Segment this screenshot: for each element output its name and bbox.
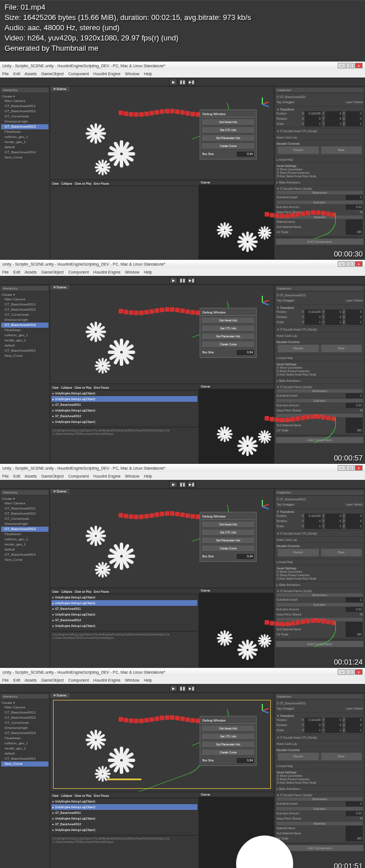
hierarchy-item[interactable]: New_Curve <box>1 353 48 358</box>
debug-button[interactable]: Create Curve <box>201 749 255 756</box>
game-tab[interactable]: Game <box>198 384 274 389</box>
menu-item[interactable]: Assets <box>25 72 36 76</box>
close-button[interactable]: × <box>355 465 363 471</box>
pause-button[interactable]: ❚❚ <box>179 685 186 692</box>
hierarchy-item[interactable]: GT_BasicAsset0011 <box>1 506 48 511</box>
maximize-button[interactable]: □ <box>346 261 354 267</box>
menu-item[interactable]: Help <box>144 270 152 274</box>
game-view[interactable]: Game <box>198 180 274 259</box>
menu-item[interactable]: GameObject <box>41 270 63 274</box>
scene-view[interactable]: # Scene Debug Window Get Asset InfoGet O… <box>50 87 274 180</box>
console-log-item[interactable]: ▸ UnityEngine.Debug:Log(Object) <box>51 827 197 833</box>
hierarchy-item[interactable]: Directional light <box>1 726 48 731</box>
menu-item[interactable]: Window <box>125 72 139 76</box>
hierarchy-item[interactable]: default <box>1 751 48 756</box>
minimize-button[interactable]: − <box>338 261 346 267</box>
game-view[interactable]: Game <box>198 792 274 868</box>
game-tab[interactable]: Game <box>198 588 274 593</box>
debug-window[interactable]: Debug Window Get Asset InfoGet OTL InfoG… <box>200 512 257 562</box>
maximize-button[interactable]: □ <box>346 63 354 68</box>
hierarchy-item[interactable]: FloatAsset <box>1 532 48 537</box>
scene-tab[interactable]: # Scene <box>50 285 70 290</box>
console-toolbar-button[interactable]: Clear <box>52 590 59 593</box>
step-button[interactable]: ▶❚ <box>188 481 196 488</box>
hierarchy-item[interactable]: Directional light <box>1 317 48 323</box>
pause-button[interactable]: ❚❚ <box>179 79 186 85</box>
step-button[interactable]: ▶❚ <box>188 79 196 85</box>
debug-button[interactable]: Get Parameter Info <box>201 135 255 141</box>
console-log-item[interactable]: ▸ UnityEngine.Debug:Log(Object) <box>51 390 197 396</box>
console-toolbar-button[interactable]: Clear on Play <box>74 386 91 389</box>
hierarchy-item[interactable]: GT_BasicAsset0014 <box>1 150 48 155</box>
menu-item[interactable]: Assets <box>25 474 36 478</box>
menu-item[interactable]: GameObject <box>41 678 63 682</box>
hierarchy-item[interactable]: Directional light <box>1 119 48 124</box>
debug-window[interactable]: Debug Window Get Asset InfoGet OTL InfoG… <box>200 109 257 160</box>
hierarchy-item[interactable]: GT_BasicAsset0012 <box>1 715 48 720</box>
debug-button[interactable]: Get Asset Info <box>201 317 255 324</box>
console-log-item[interactable]: ▸ UnityEngine.Debug:Log(Object) <box>51 600 197 606</box>
console-toolbar-button[interactable]: Collapse <box>61 794 72 797</box>
debug-button[interactable]: Create Curve <box>201 142 255 149</box>
console-toolbar-button[interactable]: Clear on Play <box>74 590 91 593</box>
game-view[interactable]: Game <box>198 384 274 463</box>
pause-button[interactable]: ❚❚ <box>179 481 186 488</box>
console-log-item[interactable]: ▸ GT_BasicAsset0013 <box>51 413 197 419</box>
console-toolbar-button[interactable]: Clear on Play <box>74 182 91 185</box>
console-toolbar-button[interactable]: Collapse <box>61 590 72 593</box>
debug-button[interactable]: Get OTL Info <box>201 529 255 536</box>
hierarchy-item[interactable]: GT_BasicAsset0014 <box>1 756 48 761</box>
debug-window[interactable]: Debug Window Get Asset InfoGet OTL InfoG… <box>200 716 257 766</box>
hierarchy-item[interactable]: collision_geo_1 <box>1 333 48 338</box>
scene-view[interactable]: # Scene Debug Window Get Asset InfoGet O… <box>50 693 274 792</box>
hierarchy-item[interactable]: GT_BasicAsset0013 <box>1 124 48 129</box>
debug-button[interactable]: Get Parameter Info <box>201 741 255 748</box>
menu-item[interactable]: GameObject <box>41 474 63 478</box>
hierarchy-item[interactable]: render_geo_1 <box>1 746 48 751</box>
hierarchy-item[interactable]: GT_CurveAsset <box>1 720 48 726</box>
hierarchy-item[interactable]: GT_BasicAsset0012 <box>1 307 48 312</box>
debug-button[interactable]: Create Curve <box>201 341 255 348</box>
menu-item[interactable]: File <box>2 678 9 682</box>
debug-button[interactable]: Get Parameter Info <box>201 333 255 340</box>
menu-item[interactable]: Edit <box>13 474 20 478</box>
play-button[interactable]: ▶ <box>169 481 177 488</box>
menu-item[interactable]: Houdini Engine <box>94 678 120 682</box>
console-log-item[interactable]: ▸ UnityEngine.Debug:Log(Object) <box>51 804 197 810</box>
hierarchy-item[interactable]: collision_geo_1 <box>1 135 48 140</box>
debug-button[interactable]: Get Asset Info <box>201 119 255 125</box>
hierarchy-item[interactable]: GT_CurveAsset <box>1 312 48 317</box>
hierarchy-item[interactable]: GT_BasicAsset0011 <box>1 710 48 715</box>
game-tab[interactable]: Game <box>198 180 274 185</box>
hierarchy-item[interactable]: collision_geo_1 <box>1 741 48 746</box>
scene-view[interactable]: # Scene Debug Window Get Asset InfoGet O… <box>50 489 274 588</box>
hierarchy-item[interactable]: New_Curve <box>1 155 48 160</box>
play-button[interactable]: ▶ <box>169 79 177 85</box>
pause-button[interactable]: ❚❚ <box>179 277 186 284</box>
hierarchy-item[interactable]: collision_geo_1 <box>1 537 48 542</box>
hierarchy-item[interactable]: Directional light <box>1 521 48 527</box>
console-log-item[interactable]: ▸ GT_BasicAsset0013 <box>51 821 197 827</box>
hierarchy-item[interactable]: FloatAsset <box>1 129 48 135</box>
hierarchy-item[interactable]: Main Camera <box>1 501 48 506</box>
menu-item[interactable]: Component <box>68 474 89 478</box>
scene-tab[interactable]: # Scene <box>50 87 70 91</box>
step-button[interactable]: ▶❚ <box>188 685 196 692</box>
console-toolbar-button[interactable]: Collapse <box>61 386 72 389</box>
console-toolbar-button[interactable]: Error Pause <box>94 386 109 389</box>
step-button[interactable]: ▶❚ <box>188 277 196 284</box>
hierarchy-item[interactable]: Main Camera <box>1 705 48 710</box>
hierarchy-item[interactable]: New_Curve <box>1 557 48 563</box>
hierarchy-item[interactable]: GT_BasicAsset0011 <box>1 302 48 307</box>
hierarchy-item[interactable]: GT_CurveAsset <box>1 114 48 119</box>
menu-item[interactable]: Component <box>68 270 89 274</box>
menu-item[interactable]: Help <box>144 72 152 76</box>
console-log-item[interactable]: ▸ GT_BasicAsset0011 <box>51 606 197 612</box>
game-tab[interactable]: Game <box>198 792 274 797</box>
console-log-item[interactable]: ▸ UnityEngine.Debug:Log(Object) <box>51 798 197 804</box>
console-toolbar-button[interactable]: Error Pause <box>94 182 109 185</box>
debug-button[interactable]: Get OTL Info <box>201 733 255 740</box>
menu-item[interactable]: Houdini Engine <box>94 72 120 76</box>
menu-item[interactable]: Window <box>125 474 139 478</box>
menu-item[interactable]: Assets <box>25 678 36 682</box>
